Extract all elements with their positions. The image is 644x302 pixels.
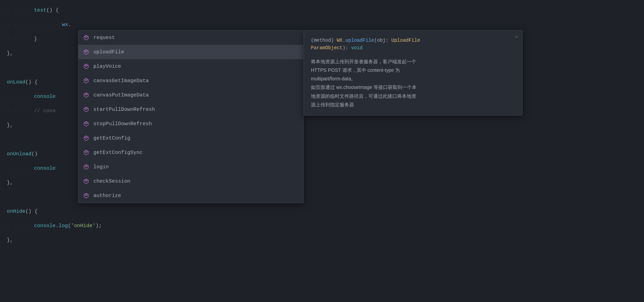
sig-class-name: WX	[337, 38, 343, 43]
doc-description: 将本地资源上传到开发者服务器，客户端发起一个 HTTPS POST 请求，其中 …	[311, 57, 515, 109]
code-text-11a: onUnload	[7, 147, 31, 161]
method-icon-getextconfig	[83, 135, 89, 141]
doc-signature: (method) WX.uploadFile(obj: UploadFile P…	[311, 37, 515, 52]
sig-params-start: (	[374, 38, 377, 43]
autocomplete-label-startpulldownrefresh: startPullDownRefresh	[93, 107, 155, 113]
autocomplete-label-uploadfile: uploadFile	[93, 49, 124, 55]
method-icon-stoppulldownrefresh	[83, 121, 89, 127]
doc-panel: × (method) WX.uploadFile(obj: UploadFile…	[304, 30, 523, 116]
autocomplete-label-stoppulldownrefresh: stopPullDownRefresh	[93, 121, 152, 127]
autocomplete-label-login: login	[93, 164, 109, 170]
code-text-16d: (	[68, 219, 71, 233]
code-text-15b: () {	[25, 205, 38, 219]
autocomplete-label-canvasputimagedata: canvasPutImageData	[93, 92, 149, 98]
method-icon-authorize	[83, 193, 89, 199]
method-icon-uploadfile	[83, 49, 89, 55]
autocomplete-label-canvasgetimagedata: canvasGetImageData	[93, 78, 149, 84]
code-text-12: console	[34, 161, 55, 176]
code-text-13: },	[7, 176, 13, 190]
code-text-1b: () {	[46, 3, 58, 18]
autocomplete-item-checksession[interactable]: checkSession	[78, 174, 303, 188]
method-icon-canvasgetimagedata	[83, 78, 89, 84]
code-text-11b: ()	[31, 147, 38, 161]
code-text-16f: );	[96, 219, 102, 233]
method-icon-checksession	[83, 178, 89, 184]
code-text-9: },	[7, 118, 13, 133]
line-dots-8: · · · ·	[7, 104, 31, 118]
line-dots-3: · · · ·	[7, 32, 31, 47]
code-text-6b: () {	[25, 75, 38, 90]
autocomplete-item-stoppulldownrefresh[interactable]: stopPullDownRefresh	[78, 117, 303, 131]
autocomplete-item-login[interactable]: login	[78, 160, 303, 174]
autocomplete-label-playvoice: playVoice	[93, 64, 121, 69]
autocomplete-item-request[interactable]: request	[78, 30, 303, 45]
sig-params-end: ):	[342, 45, 351, 51]
code-text-2b: .	[68, 18, 71, 32]
doc-panel-close-button[interactable]: ×	[515, 34, 518, 40]
method-icon-request	[83, 35, 89, 41]
sig-method-keyword: (method)	[311, 38, 337, 43]
method-icon-startpulldownrefresh	[83, 106, 89, 113]
autocomplete-label-request: request	[93, 35, 115, 41]
code-line-16: · · · · console.log('onHide');	[0, 219, 644, 233]
autocomplete-label-getextconfigsync: getExtConfigSync	[93, 150, 143, 156]
sig-param-name: obj	[377, 38, 385, 43]
autocomplete-label-getextconfig: getExtConfig	[93, 135, 130, 141]
line-dots-7: · · · ·	[7, 90, 31, 104]
code-line-17: },	[0, 233, 644, 248]
sig-method-name: uploadFile	[345, 38, 374, 43]
line-dots-1: · · · ·	[7, 3, 31, 18]
line-dots-16: · · · ·	[7, 219, 31, 233]
autocomplete-item-getextconfigsync[interactable]: getExtConfigSync	[78, 145, 303, 160]
autocomplete-item-uploadfile[interactable]: uploadFile	[78, 45, 303, 59]
code-line-1: · · · · test() {	[0, 3, 644, 18]
code-text-17: },	[7, 233, 13, 248]
method-icon-getextconfigsync	[83, 149, 89, 156]
autocomplete-label-authorize: authorize	[93, 193, 121, 199]
code-text-4: },	[7, 47, 13, 61]
line-dots-12: · · · ·	[7, 161, 31, 176]
sig-param-type: UploadFile	[391, 38, 420, 43]
autocomplete-item-getextconfig[interactable]: getExtConfig	[78, 131, 303, 145]
sig-param-type2: ParamObject	[311, 45, 342, 51]
autocomplete-item-startpulldownrefresh[interactable]: startPullDownRefresh	[78, 102, 303, 117]
method-icon-login	[83, 164, 89, 170]
code-text-16a: console	[34, 219, 55, 233]
sig-dot: .	[342, 38, 345, 43]
code-text-6a: onLoad	[7, 75, 25, 90]
code-text-3: }	[34, 32, 37, 47]
sig-return-type: void	[351, 45, 363, 51]
line-dots-2: · · · · · · · ·	[7, 18, 59, 32]
method-icon-playvoice	[83, 63, 89, 69]
autocomplete-item-canvasputimagedata[interactable]: canvasPutImageData	[78, 88, 303, 102]
autocomplete-item-canvasgetimagedata[interactable]: canvasGetImageData	[78, 74, 303, 88]
code-line-15: onHide() {	[0, 205, 644, 219]
code-text-8: // cons	[34, 104, 55, 118]
autocomplete-item-playvoice[interactable]: playVoice	[78, 59, 303, 74]
code-text-1a: test	[34, 3, 46, 18]
code-text-7: console	[34, 90, 55, 104]
autocomplete-dropdown: request uploadFile playVoice canvasGetIm…	[78, 30, 304, 203]
code-text-15a: onHide	[7, 205, 25, 219]
code-text-16c: log	[58, 219, 68, 233]
autocomplete-label-checksession: checkSession	[93, 179, 130, 184]
autocomplete-item-authorize[interactable]: authorize	[78, 188, 303, 203]
code-text-16b: .	[55, 219, 58, 233]
code-text-2a: wx	[62, 18, 68, 32]
method-icon-canvasputimagedata	[83, 92, 89, 98]
sig-colon: :	[385, 38, 391, 43]
code-text-16e: 'onHide'	[71, 219, 95, 233]
